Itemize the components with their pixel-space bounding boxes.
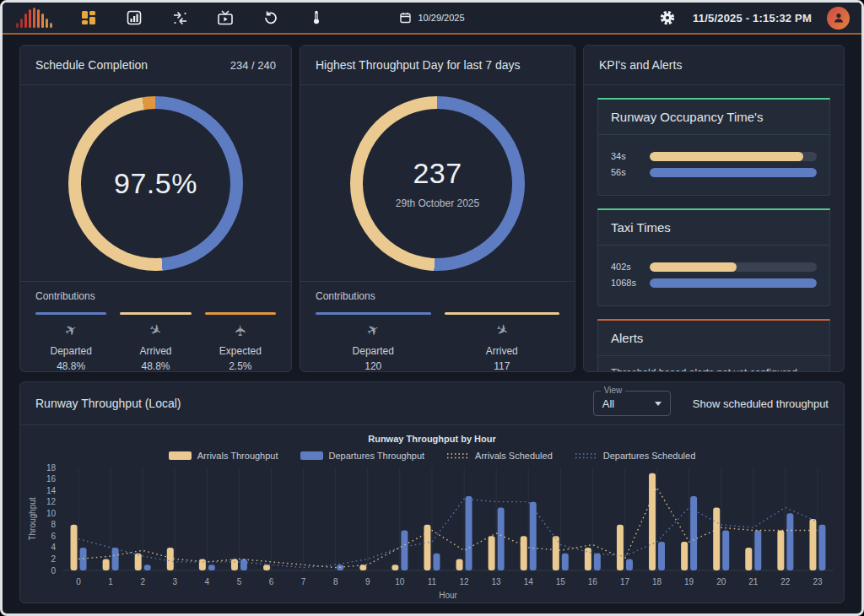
kpi-bar-fill (650, 262, 737, 272)
app-window: 10/29/2025 11/5/2025 - 1:15:32 PM (0, 0, 864, 616)
contribution-label: Departed (35, 345, 106, 357)
plane-departure-icon: ✈ (62, 322, 80, 340)
contribution-label: Departed (316, 345, 431, 357)
svg-text:16: 16 (46, 474, 57, 484)
contribution-item: ✈Departed48.8% (35, 312, 106, 372)
legend-dotted-swatch (446, 451, 469, 460)
view-select-label: View (601, 386, 626, 395)
kpi-card: Taxi Times402s1068s (597, 208, 830, 306)
highest-contributions: ✈Departed120✈Arrived117 (316, 312, 559, 372)
plane-arrival-icon: ✈ (493, 322, 510, 340)
svg-text:0: 0 (51, 566, 56, 575)
flights-icon[interactable] (170, 8, 190, 28)
svg-text:Throughput: Throughput (28, 497, 37, 540)
legend-label: Departures Throughput (329, 451, 425, 461)
svg-text:13: 13 (492, 577, 502, 586)
legend-label: Arrivals Throughput (197, 451, 278, 461)
highest-throughput-panel: Highest Throughput Day for last 7 days 2… (300, 45, 575, 372)
kpi-bar-fill (650, 278, 817, 288)
svg-text:3: 3 (173, 577, 178, 586)
kpi-alert-message: Threshold based alerts not yet configure… (598, 356, 829, 372)
contribution-color-line (205, 312, 276, 315)
chevron-down-icon (655, 402, 662, 406)
svg-text:0: 0 (76, 577, 81, 586)
schedule-completion-title: Schedule Completion (35, 58, 148, 72)
thermometer-icon[interactable] (306, 8, 327, 28)
contribution-value: 120 (316, 360, 431, 372)
svg-text:21: 21 (748, 577, 759, 586)
svg-text:2: 2 (140, 577, 145, 586)
arch-logo[interactable] (14, 7, 53, 29)
show-scheduled-throughput-button[interactable]: Show scheduled throughput (693, 397, 829, 410)
completion-percentage: 97.5% (114, 167, 197, 200)
svg-text:23: 23 (813, 577, 823, 586)
legend-item[interactable]: Departures Scheduled (575, 451, 695, 461)
top-bar: 10/29/2025 11/5/2025 - 1:15:32 PM (3, 3, 861, 35)
highest-throughput-donut: 237 29th October 2025 (350, 96, 525, 271)
kpi-card-title: Alerts (598, 321, 829, 356)
contribution-value: 2.5% (205, 360, 276, 372)
contribution-item: ✈Departed120 (316, 312, 431, 372)
calendar-icon (399, 12, 411, 24)
legend-label: Departures Scheduled (603, 451, 695, 461)
kpi-card: Runway Occupancy Time's34s56s (597, 98, 830, 196)
user-avatar[interactable] (827, 7, 850, 30)
svg-text:2: 2 (51, 554, 56, 564)
kpi-cards: Runway Occupancy Time's34s56sTaxi Times4… (584, 85, 844, 372)
svg-text:10: 10 (395, 577, 405, 586)
svg-text:8: 8 (333, 577, 338, 586)
svg-text:17: 17 (620, 577, 630, 586)
contribution-item: ✈Expected2.5% (205, 312, 276, 372)
svg-text:8: 8 (51, 520, 56, 529)
contribution-color-line (316, 312, 431, 315)
svg-text:10: 10 (46, 509, 57, 518)
schedule-completion-count: 234 / 240 (230, 59, 276, 72)
kpi-bar-track (650, 168, 817, 177)
view-select[interactable]: View All (593, 391, 671, 416)
dashboard-icon[interactable] (78, 8, 99, 28)
contribution-value: 117 (445, 360, 560, 372)
chart-plot: 0246810121416180123456789101112131415161… (25, 462, 842, 603)
kpis-alerts-title: KPI's and Alerts (599, 58, 682, 72)
svg-text:5: 5 (237, 577, 242, 586)
legend-item[interactable]: Arrivals Throughput (169, 451, 278, 461)
svg-text:1: 1 (108, 577, 113, 586)
refresh-icon[interactable] (261, 8, 281, 28)
kpis-alerts-panel: KPI's and Alerts Runway Occupancy Time's… (583, 45, 845, 372)
kpi-bar-label: 56s (611, 167, 650, 177)
svg-text:14: 14 (524, 577, 534, 586)
contribution-item: ✈Arrived117 (445, 312, 560, 372)
kpi-card: AlertsThreshold based alerts not yet con… (597, 319, 830, 372)
live-tv-icon[interactable] (215, 8, 235, 28)
settings-gear-icon[interactable] (657, 8, 678, 28)
kpi-bar-fill (650, 168, 817, 177)
contribution-label: Arrived (120, 345, 191, 357)
date-filter[interactable]: 10/29/2025 (391, 8, 472, 27)
contribution-color-line (120, 312, 191, 315)
contribution-color-line (35, 312, 106, 315)
contribution-value: 48.8% (120, 360, 191, 372)
highest-throughput-value: 237 (413, 157, 462, 190)
svg-text:Hour: Hour (439, 591, 457, 600)
legend-item[interactable]: Arrivals Scheduled (446, 451, 553, 461)
analytics-icon[interactable] (124, 8, 144, 28)
svg-text:4: 4 (205, 577, 210, 586)
svg-text:18: 18 (46, 463, 57, 473)
runway-throughput-title: Runway Throughput (Local) (35, 397, 593, 410)
contributions-label: Contributions (35, 290, 276, 302)
svg-text:22: 22 (780, 577, 791, 586)
kpi-bar-label: 1068s (611, 278, 650, 288)
contribution-value: 48.8% (35, 360, 106, 372)
svg-text:6: 6 (51, 532, 56, 541)
contributions-label: Contributions (316, 290, 559, 302)
svg-text:6: 6 (269, 577, 274, 586)
contribution-label: Arrived (445, 345, 560, 357)
kpi-bar-track (650, 278, 817, 288)
svg-text:16: 16 (588, 577, 598, 586)
kpi-bar-track (650, 152, 817, 161)
schedule-completion-panel: Schedule Completion 234 / 240 97.5% Cont… (19, 45, 292, 372)
kpi-card-title: Taxi Times (598, 210, 829, 246)
svg-text:15: 15 (556, 577, 566, 586)
svg-text:12: 12 (459, 577, 469, 586)
legend-item[interactable]: Departures Throughput (300, 451, 425, 461)
